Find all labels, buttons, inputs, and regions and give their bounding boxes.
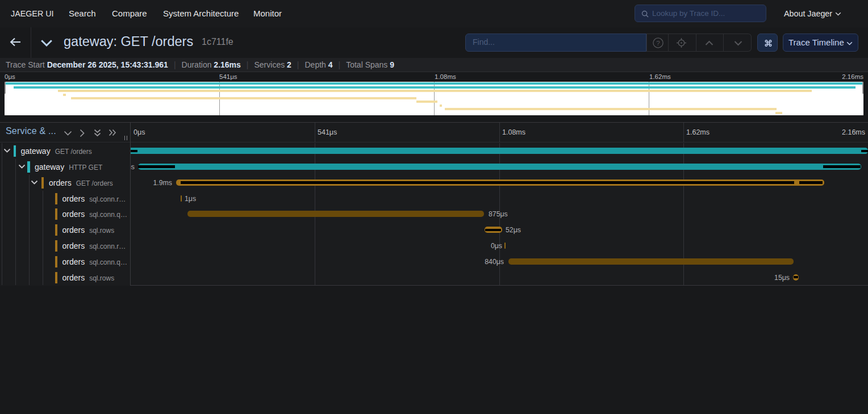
svg-text:?: ? xyxy=(656,40,660,47)
